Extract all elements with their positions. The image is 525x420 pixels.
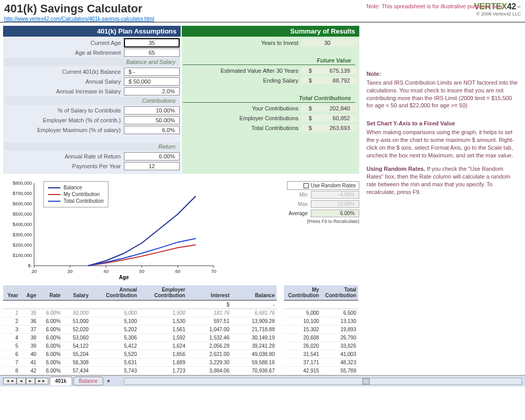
- label-balance: Current 401(k) Balance: [4, 69, 124, 75]
- svg-text:$700,000: $700,000: [12, 191, 32, 196]
- note-random-rates: Using Random Rates. If you check the "Us…: [367, 165, 518, 196]
- subhead-contributions: Contributions: [4, 96, 180, 105]
- label-your-contrib: Your Contributions: [183, 105, 301, 111]
- value-total-contrib: $263,693: [301, 124, 357, 132]
- svg-text:$-: $-: [28, 263, 32, 268]
- table-row: 37,17148,323: [284, 358, 358, 366]
- label-emp-max: Employer Maximum (% of salary): [4, 127, 124, 133]
- svg-text:$800,000: $800,000: [12, 181, 32, 186]
- value-est-value: $675,139: [301, 67, 357, 74]
- col-header: Balance: [231, 285, 277, 300]
- label-est-value: Estimated Value After 30 Years: [183, 68, 301, 74]
- tab-nav[interactable]: ◄◄◄►►►: [3, 378, 49, 384]
- input-max-rate[interactable]: 10.00%: [311, 200, 359, 208]
- table-row: 7416.00%56,3085,6311,6893,229.3059,588.1…: [3, 359, 277, 367]
- input-emp-max[interactable]: 6.0%: [124, 126, 180, 134]
- random-rates-box: Use Random Rates Min-4.00% Max10.00% Ave…: [225, 181, 359, 281]
- input-pct-contrib[interactable]: 10.00%: [124, 106, 180, 115]
- subhead-balance-salary: Balance and Salary: [4, 58, 180, 66]
- svg-text:$600,000: $600,000: [12, 201, 32, 206]
- label-max-rate: Max: [225, 201, 311, 207]
- svg-text:20: 20: [31, 269, 37, 274]
- table-row: 3376.00%52,0205,2021,5611,047.0021,718.8…: [3, 326, 277, 334]
- input-retire-age[interactable]: 65: [124, 49, 180, 57]
- note-axis-text: When making comparisons using the graph,…: [367, 128, 518, 159]
- svg-text:60: 60: [175, 269, 180, 274]
- input-current-age[interactable]: 35: [124, 38, 180, 47]
- summary-panel: Summary of Results Years to Invest30 Fut…: [182, 26, 359, 174]
- label-increase: Annual Increase in Salary: [4, 88, 124, 94]
- source-link[interactable]: http://www.vertex42.com/Calculators/401k…: [4, 16, 154, 22]
- label-current-age: Current Age: [4, 40, 124, 46]
- input-min-rate[interactable]: -4.00%: [311, 191, 359, 199]
- label-years: Years to Invest: [183, 40, 301, 46]
- label-end-salary: Ending Salary: [183, 77, 301, 84]
- contrib-table: My ContributionTotal Contribution5,0006,…: [284, 285, 358, 375]
- illustrative-note: Note: This spreadsheet is for illustrati…: [367, 3, 504, 9]
- input-increase[interactable]: 2.0%: [124, 87, 180, 95]
- copyright: © 2008 Vertex42 LLC: [474, 11, 521, 17]
- label-emp-match: Employer Match (% of contrib.): [4, 117, 124, 123]
- col-header: Employer Contribution: [139, 285, 187, 300]
- input-emp-match[interactable]: 50.00%: [124, 116, 180, 124]
- subhead-total-contrib: Total Contributions: [183, 94, 355, 103]
- col-header: Salary: [62, 285, 90, 300]
- col-header: Annual Contribution: [91, 285, 139, 300]
- label-avg-rate: Average: [225, 211, 311, 216]
- value-years: 30: [301, 39, 357, 46]
- label-min-rate: Min: [225, 192, 311, 198]
- table-row: 20,60826,790: [284, 333, 358, 342]
- label-emp-contrib: Employer Contributions: [183, 115, 301, 121]
- note-axis-heading: Set Chart Y-Axis to a Fixed Value: [367, 120, 518, 127]
- label-total-contrib: Total Contributions: [183, 125, 301, 131]
- col-header: Rate: [38, 285, 62, 300]
- input-balance[interactable]: $ -: [124, 68, 180, 76]
- label-pct-contrib: % of Salary to Contribute: [4, 107, 124, 114]
- svg-text:Age: Age: [119, 274, 129, 280]
- col-header: Age: [20, 285, 38, 300]
- table-row: 5,0006,500: [284, 309, 358, 317]
- note-heading: Note:: [367, 70, 518, 78]
- subhead-future-value: Future Value: [183, 56, 355, 65]
- svg-text:$400,000: $400,000: [12, 222, 32, 227]
- input-salary[interactable]: $ 50,000: [124, 77, 180, 86]
- label-salary: Annual Salary: [4, 78, 124, 85]
- note-taxes: Taxes and IRS Contribution Limits are NO…: [367, 79, 518, 109]
- svg-text:70: 70: [211, 269, 216, 274]
- table-row: 15,30219,893: [284, 325, 358, 333]
- subhead-return: Return: [4, 142, 180, 151]
- table-row: 5396.00%54,1225,4121,6242,056.2839,241.2…: [3, 342, 277, 350]
- checkbox-random-rates[interactable]: Use Random Rates: [287, 181, 359, 190]
- tab-balance[interactable]: Balance: [73, 377, 103, 385]
- label-payments: Payments Per Year: [4, 163, 124, 169]
- svg-text:$500,000: $500,000: [12, 212, 32, 217]
- table-row: 1356.00%50,0005,0001,500181.766,681.76: [3, 309, 277, 317]
- yearly-table: YearAgeRateSalaryAnnual ContributionEmpl…: [3, 285, 277, 375]
- notes-panel: Note: Taxes and IRS Contribution Limits …: [361, 23, 521, 375]
- recalc-hint: (Press F9 to Recalculate): [225, 219, 359, 224]
- svg-text:$300,000: $300,000: [12, 232, 32, 237]
- table-row: 31,54141,003: [284, 350, 358, 358]
- svg-text:30: 30: [68, 269, 73, 274]
- page-title: 401(k) Savings Calculator: [4, 2, 154, 15]
- growth-chart: $-$100,000$200,000$300,000$400,000$500,0…: [2, 178, 219, 281]
- table-row: 10,10013,130: [284, 317, 358, 325]
- table-row: 4386.00%53,0605,3061,5921,532.4630,149.1…: [3, 334, 277, 342]
- assumptions-header: 401(k) Plan Assumptions: [3, 26, 181, 37]
- svg-text:$200,000: $200,000: [12, 243, 32, 248]
- sheet-tabs: ◄◄◄►►► 401k Balance ✦: [0, 375, 525, 386]
- assumptions-panel: 401(k) Plan Assumptions Current Age35 Ag…: [3, 26, 181, 174]
- table-row: 42,91555,789: [284, 366, 358, 375]
- value-emp-contrib: $60,852: [301, 115, 357, 122]
- new-sheet-icon[interactable]: ✦: [104, 378, 113, 384]
- col-header: Year: [3, 285, 20, 300]
- horizontal-scrollbar[interactable]: [124, 378, 522, 385]
- value-avg-rate: 6.00%: [311, 209, 359, 217]
- svg-text:40: 40: [103, 269, 108, 274]
- input-rate[interactable]: 6.00%: [124, 152, 180, 160]
- label-retire-age: Age at Retirement: [4, 50, 124, 56]
- tab-401k[interactable]: 401k: [50, 377, 72, 385]
- col-header: Total Contribution: [321, 285, 358, 300]
- value-end-salary: $88,792: [301, 77, 357, 84]
- input-payments[interactable]: 12: [124, 162, 180, 170]
